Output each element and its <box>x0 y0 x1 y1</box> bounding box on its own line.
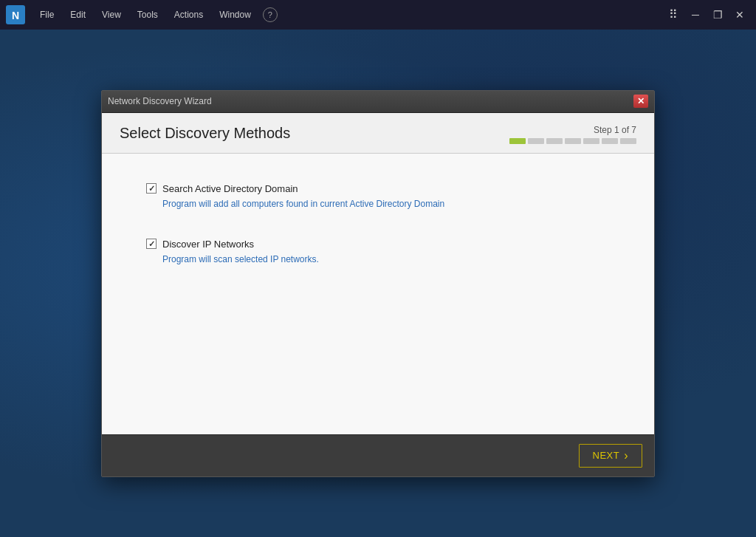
next-arrow-icon: › <box>624 449 628 462</box>
page-title: Select Discovery Methods <box>120 125 290 142</box>
menu-bar: File Edit View Tools Actions Window ? <box>32 7 660 23</box>
step-info: Step 1 of 7 <box>509 125 636 144</box>
menu-view[interactable]: View <box>94 7 128 23</box>
step-text: Step 1 of 7 <box>509 125 636 135</box>
title-bar: N File Edit View Tools Actions Window ? … <box>0 0 756 30</box>
option-desc-ip-networks[interactable]: Program will scan selected IP networks. <box>162 254 610 264</box>
step-1 <box>509 138 526 144</box>
option-label-active-directory: Search Active Directory Domain <box>162 183 298 194</box>
window-controls: ⠿ ─ ❐ ✕ <box>663 6 750 24</box>
step-3 <box>546 138 563 144</box>
menu-actions[interactable]: Actions <box>167 7 210 23</box>
checkbox-ip-networks[interactable] <box>146 239 157 249</box>
option-row-active-directory: Search Active Directory Domain <box>146 183 610 194</box>
menu-tools[interactable]: Tools <box>130 7 165 23</box>
menu-file[interactable]: File <box>32 7 61 23</box>
dialog-footer: NEXT › <box>102 434 654 476</box>
option-group-ip-networks: Discover IP Networks Program will scan s… <box>146 239 610 264</box>
svg-text:N: N <box>12 10 19 21</box>
next-button-label: NEXT <box>593 450 620 461</box>
dialog-header: Select Discovery Methods Step 1 of 7 <box>102 113 654 154</box>
restore-button[interactable]: ❐ <box>707 6 728 24</box>
close-button[interactable]: ✕ <box>729 6 750 24</box>
network-discovery-wizard: Network Discovery Wizard ✕ Select Discov… <box>101 90 655 477</box>
dialog-title-bar: Network Discovery Wizard ✕ <box>102 91 654 113</box>
option-label-ip-networks: Discover IP Networks <box>162 239 254 250</box>
menu-edit[interactable]: Edit <box>63 7 93 23</box>
step-progress <box>509 138 636 144</box>
step-5 <box>583 138 599 144</box>
dialog-close-button[interactable]: ✕ <box>633 95 648 108</box>
grid-icon[interactable]: ⠿ <box>663 6 684 24</box>
minimize-button[interactable]: ─ <box>685 6 706 24</box>
next-button[interactable]: NEXT › <box>579 444 643 468</box>
main-area: Network Discovery Wizard ✕ Select Discov… <box>0 30 756 537</box>
step-7 <box>620 138 636 144</box>
help-button[interactable]: ? <box>263 7 278 22</box>
menu-window[interactable]: Window <box>212 7 258 23</box>
checkbox-active-directory[interactable] <box>146 183 157 194</box>
step-4 <box>565 138 581 144</box>
dialog-content: Search Active Directory Domain Program w… <box>102 154 654 434</box>
dialog-title: Network Discovery Wizard <box>108 96 633 106</box>
option-desc-active-directory[interactable]: Program will add all computers found in … <box>162 199 610 209</box>
option-row-ip-networks: Discover IP Networks <box>146 239 610 250</box>
app-logo: N <box>6 5 25 24</box>
option-group-active-directory: Search Active Directory Domain Program w… <box>146 183 610 209</box>
step-6 <box>602 138 618 144</box>
step-2 <box>528 138 544 144</box>
